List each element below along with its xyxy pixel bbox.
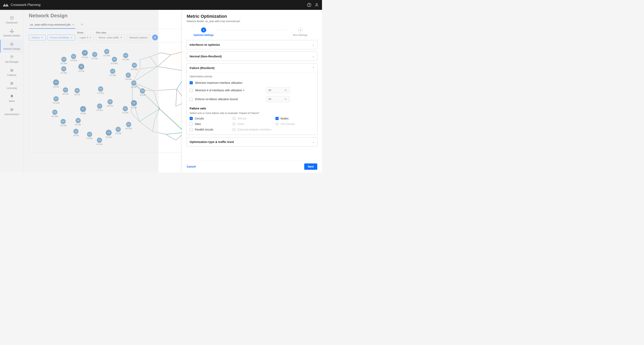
router-icon <box>80 106 86 112</box>
network-node[interactable]: cr2.bos <box>70 54 77 61</box>
actions-dropdown[interactable]: Actions ▼ <box>29 35 46 40</box>
accordion-header-opttype[interactable]: Optimization type & traffic level ⌄ <box>186 137 318 146</box>
network-node[interactable]: er1.sjc <box>75 118 81 126</box>
router-icon <box>112 57 117 62</box>
chevron-down-icon: ▼ <box>71 36 72 39</box>
network-node[interactable]: cr2.chi <box>74 88 80 96</box>
user-icon[interactable] <box>314 3 319 7</box>
network-node[interactable]: er1.atl <box>140 88 145 96</box>
network-node[interactable]: cr1.mia <box>122 53 129 60</box>
router-icon <box>97 103 102 109</box>
fs-label: Nodes <box>280 117 288 120</box>
accordion-interfaces: Interfaces to optimize ⌄ <box>186 40 318 49</box>
next-button[interactable]: Next <box>304 163 317 170</box>
network-node[interactable]: cr1.lax <box>106 130 112 138</box>
network-options-button[interactable]: Network options <box>127 35 150 40</box>
plot-view-dropdown[interactable]: Worst- case traffic ▼ <box>96 35 125 40</box>
network-node[interactable]: cr1.sea <box>60 119 66 127</box>
node-label: cr1.kcy <box>98 92 104 94</box>
network-node[interactable]: cr2.sea <box>53 96 60 104</box>
sidebar-item-collector[interactable]: Collector <box>0 66 24 79</box>
network-node[interactable]: cr1.wdc <box>109 69 116 76</box>
cancel-button[interactable]: Cancel <box>187 163 196 170</box>
section-title: Optimization type & traffic level <box>190 140 234 143</box>
router-icon <box>126 122 131 127</box>
network-node[interactable]: er1.sea <box>52 110 58 117</box>
close-icon[interactable]: × <box>72 23 74 26</box>
accordion-failure: Failure (Resilient) ⌃ Optimization prior… <box>186 63 318 135</box>
checkbox-parallel[interactable] <box>190 128 193 131</box>
router-icon <box>132 63 137 68</box>
sidebar-item-network-models[interactable]: Network Models <box>0 26 24 39</box>
network-node[interactable]: cr2.lax <box>86 132 92 139</box>
network-node[interactable]: er1.hst <box>126 122 132 129</box>
network-node[interactable]: cr1.atl <box>131 100 137 109</box>
checkbox-circuits[interactable] <box>190 117 193 120</box>
chevron-down-icon: ⌄ <box>312 43 314 46</box>
network-node[interactable]: cr1.bos <box>60 66 67 74</box>
checkbox-sites[interactable] <box>190 122 193 126</box>
svg-line-63 <box>152 121 154 131</box>
checkbox-minimize-num[interactable] <box>190 89 193 92</box>
sidebar-item-alerts[interactable]: Alerts <box>0 92 24 105</box>
network-node[interactable]: er1.wdc <box>111 57 118 64</box>
sidebar: Dashboard Network Models Network Design … <box>0 10 24 172</box>
network-node[interactable]: cr2.nyc <box>78 64 84 72</box>
layer-dropdown[interactable]: Layer 3 ▼ <box>77 35 94 40</box>
sidebar-item-label: Collector <box>7 74 16 76</box>
svg-line-47 <box>154 89 177 91</box>
node-label: er1.chi <box>62 93 68 95</box>
checkbox-ports <box>232 122 236 126</box>
chevron-down-icon: ⌄ <box>312 55 314 58</box>
sidebar-item-job-manager[interactable]: Job Manager <box>0 53 24 66</box>
network-node[interactable]: cr2.kcy <box>96 103 103 111</box>
network-node[interactable]: cr1.sjc <box>80 106 86 114</box>
step-label: Optimize Settings <box>194 34 214 36</box>
help-icon[interactable] <box>307 3 311 7</box>
router-icon <box>110 69 115 74</box>
router-icon <box>78 64 84 70</box>
network-node[interactable]: cr2.atl <box>131 80 136 88</box>
network-node[interactable]: cr1.chi <box>53 79 59 88</box>
unit-label: % <box>284 98 287 100</box>
sidebar-item-network-design[interactable]: Network Design <box>0 40 24 53</box>
add-tab-button[interactable]: + <box>81 22 83 28</box>
network-node[interactable]: cr1.nyc <box>92 52 98 59</box>
network-node[interactable]: er1.bos <box>60 57 67 64</box>
preset-workflows-dropdown[interactable]: Preset workflows ▼ <box>48 35 75 40</box>
file-tab[interactable]: us_wan-with-rsvp-removed.pln × <box>29 21 75 29</box>
network-node[interactable]: er1.chi <box>62 87 68 95</box>
router-icon <box>131 100 137 106</box>
accordion-header-failure[interactable]: Failure (Resilient) ⌃ <box>186 63 318 72</box>
accordion-opttype: Optimization type & traffic level ⌄ <box>186 137 318 146</box>
network-node[interactable]: cr2.mia <box>125 72 132 80</box>
accordion-header-normal[interactable]: Normal (Non-Resilient) ⌄ <box>186 52 318 61</box>
network-node[interactable]: er1.lax <box>96 138 102 145</box>
network-node[interactable]: cr2.wdc <box>104 49 110 56</box>
checkbox-nodes[interactable] <box>276 117 278 120</box>
play-button[interactable] <box>152 34 158 40</box>
network-node[interactable]: cr1.hst <box>122 106 128 114</box>
step-run-settings[interactable]: 2 Run Settings <box>286 27 314 36</box>
sidebar-item-licensing[interactable]: Licensing <box>0 79 24 92</box>
node-label: cr2.hst <box>115 132 121 134</box>
network-node[interactable]: er1.kcy <box>107 99 113 107</box>
svg-line-27 <box>150 53 161 57</box>
panel-title: Metric Optimization <box>187 14 317 19</box>
network-node[interactable]: er1.nyc <box>82 50 88 58</box>
network-node[interactable]: cr2.sjc <box>73 129 79 136</box>
panel-subtitle: Network Model: us_wan-with-rsvp-removed.… <box>187 20 317 23</box>
router-icon <box>76 118 81 123</box>
sidebar-item-administration[interactable]: Administration <box>0 105 24 118</box>
network-node[interactable]: er1.mia <box>131 63 138 70</box>
node-label: cr2.mia <box>125 78 132 80</box>
sidebar-item-dashboard[interactable]: Dashboard <box>0 13 24 26</box>
network-node[interactable]: cr2.hst <box>115 127 121 134</box>
node-label: er1.sjc <box>75 123 81 126</box>
checkbox-enforce[interactable] <box>190 98 193 101</box>
network-node[interactable]: cr1.kcy <box>98 86 104 94</box>
accordion-header-interfaces[interactable]: Interfaces to optimize ⌄ <box>186 40 318 49</box>
checkbox-minimize-max[interactable] <box>190 81 193 84</box>
fs-external: External endpoint members <box>232 128 271 131</box>
step-optimize-settings[interactable]: 1 Optimize Settings <box>190 27 218 36</box>
